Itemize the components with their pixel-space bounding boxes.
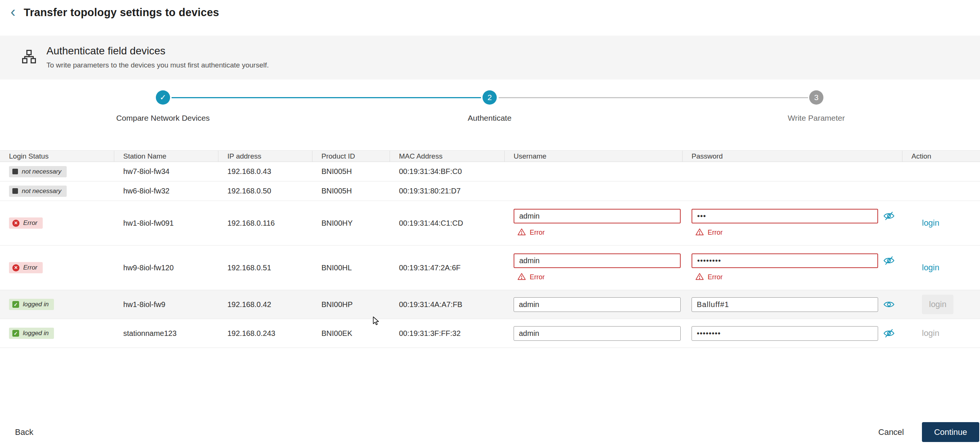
status-success-icon: ✓ [12, 330, 19, 336]
ip-address: 192.168.0.116 [218, 201, 312, 245]
status-badge: not necessary [9, 166, 67, 177]
station-name: hw9-8iol-fw120 [114, 246, 218, 290]
topology-icon [21, 49, 37, 64]
status-label: logged in [23, 301, 49, 308]
table-row: ✕ Error hw9-8iol-fw120 192.168.0.51 BNI0… [0, 246, 980, 290]
username-cell [504, 182, 682, 201]
step-3-label: Write Parameter [788, 113, 845, 123]
username-cell [504, 319, 682, 348]
action-cell: login [902, 319, 980, 348]
warning-icon [517, 273, 526, 282]
mac-address: 00:19:31:47:2A:6F [390, 246, 504, 290]
login-button: login [922, 295, 953, 314]
column-header-password: Password [682, 151, 902, 162]
eye-icon[interactable] [883, 299, 894, 310]
mac-address: 00:19:31:80:21:D7 [390, 182, 504, 201]
mac-address: 00:19:31:4A:A7:FB [390, 290, 504, 319]
back-button[interactable]: Back [15, 427, 33, 437]
stepper: ✓ Compare Network Devices 2 Authenticate… [0, 80, 980, 150]
table-row: ✕ Error hw1-8iol-fw091 192.168.0.116 BNI… [0, 201, 980, 246]
footer: Back Cancel Continue [0, 422, 980, 442]
column-header-login-status: Login Status [0, 151, 114, 162]
username-error: Error [514, 228, 681, 238]
status-badge: ✓ logged in [9, 328, 54, 339]
eye-off-icon[interactable] [883, 210, 894, 222]
station-name: hw1-8iol-fw9 [114, 290, 218, 319]
footer-actions: Cancel Continue [878, 422, 980, 442]
step-2-circle: 2 [482, 90, 497, 105]
table-row: not necessary hw6-8iol-fw32 192.168.0.50… [0, 182, 980, 201]
mac-address: 00:19:31:3F:FF:32 [390, 319, 504, 348]
status-error-icon: ✕ [12, 220, 19, 227]
banner: Authenticate field devices To write para… [0, 36, 980, 80]
product-id: BNI005H [312, 182, 390, 201]
error-text: Error [530, 273, 545, 281]
username-input[interactable] [514, 326, 681, 341]
login-status-cell: not necessary [0, 162, 114, 181]
product-id: BNI00HY [312, 201, 390, 245]
banner-text: Authenticate field devices To write para… [46, 45, 269, 69]
step-3-circle: 3 [809, 90, 823, 105]
password-cell [682, 319, 902, 348]
password-cell [682, 182, 902, 201]
table-row: not necessary hw7-8iol-fw34 192.168.0.43… [0, 162, 980, 182]
status-badge: ✕ Error [9, 262, 43, 273]
page-title: Transfer topology settings to devices [24, 6, 219, 19]
error-text: Error [530, 229, 545, 236]
continue-button[interactable]: Continue [922, 422, 979, 442]
banner-subtitle: To write parameters to the devices you m… [46, 61, 269, 69]
product-id: BNI005H [312, 162, 390, 181]
mouse-cursor [371, 316, 381, 327]
column-header-username: Username [504, 151, 682, 162]
mac-address: 00:19:31:44:C1:CD [390, 201, 504, 245]
status-badge: not necessary [9, 186, 67, 197]
username-cell [504, 290, 682, 319]
column-header-action: Action [902, 151, 980, 162]
login-status-cell: ✕ Error [0, 201, 114, 245]
status-error-icon: ✕ [12, 264, 19, 271]
ip-address: 192.168.0.42 [218, 290, 312, 319]
password-error: Error [692, 273, 894, 282]
status-neutral-icon [12, 169, 18, 174]
username-input[interactable] [514, 209, 681, 223]
station-name: stationname123 [114, 319, 218, 348]
warning-icon [517, 228, 526, 238]
column-header-mac-address: MAC Address [390, 151, 504, 162]
login-status-cell: ✓ logged in [0, 319, 114, 348]
error-text: Error [708, 229, 723, 236]
product-id: BNI00HL [312, 246, 390, 290]
back-chevron-icon[interactable]: ‹ [11, 4, 15, 19]
status-label: logged in [23, 330, 49, 337]
status-label: not necessary [22, 168, 61, 175]
username-input[interactable] [514, 253, 681, 268]
step-1-check-icon: ✓ [156, 90, 170, 105]
eye-off-icon[interactable] [883, 255, 894, 266]
status-success-icon: ✓ [12, 301, 19, 308]
error-text: Error [708, 273, 723, 281]
ip-address: 192.168.0.43 [218, 162, 312, 181]
password-input[interactable] [692, 253, 878, 268]
eye-off-icon[interactable] [883, 328, 894, 339]
column-header-station-name: Station Name [114, 151, 218, 162]
action-cell [902, 182, 980, 201]
banner-title: Authenticate field devices [46, 45, 269, 57]
password-input[interactable] [692, 209, 878, 223]
username-input[interactable] [514, 297, 681, 312]
password-input[interactable] [692, 326, 878, 341]
action-cell: login [902, 201, 980, 245]
station-name: hw7-8iol-fw34 [114, 162, 218, 181]
status-label: Error [23, 264, 37, 271]
password-cell: Error [682, 246, 902, 290]
username-cell [504, 162, 682, 181]
password-cell [682, 162, 902, 181]
login-button: login [922, 328, 939, 338]
login-button[interactable]: login [922, 218, 939, 228]
cancel-button[interactable]: Cancel [878, 427, 904, 437]
password-input[interactable] [692, 297, 878, 312]
column-header-ip-address: IP address [218, 151, 312, 162]
username-cell: Error [504, 246, 682, 290]
login-button[interactable]: login [922, 263, 939, 273]
device-table: Login Status Station Name IP address Pro… [0, 150, 980, 348]
password-cell [682, 290, 902, 319]
status-label: Error [23, 219, 37, 227]
